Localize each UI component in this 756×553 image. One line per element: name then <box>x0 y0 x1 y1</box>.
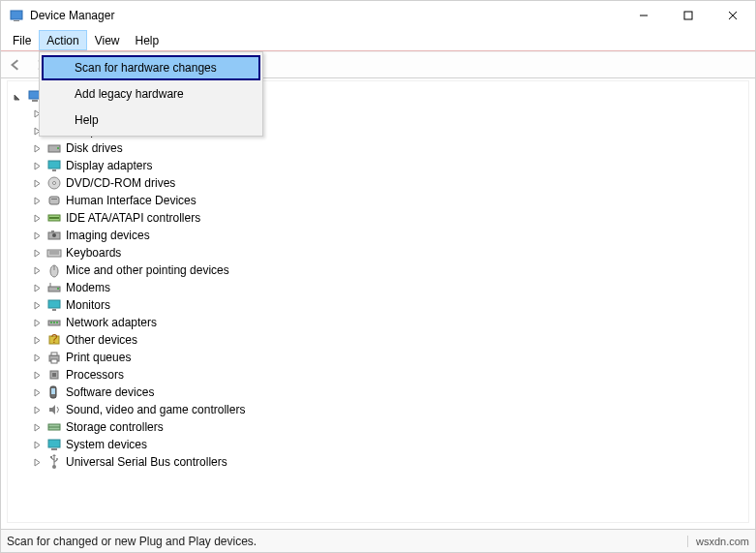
tree-node-printer[interactable]: Print queues <box>12 349 744 366</box>
tree-node-monitor[interactable]: Monitors <box>12 296 744 314</box>
modem-icon <box>46 280 62 295</box>
svg-point-12 <box>57 147 59 149</box>
expander-closed-icon[interactable] <box>31 195 43 206</box>
tree-node-cpu[interactable]: Processors <box>12 366 744 384</box>
network-icon <box>46 315 62 330</box>
system-icon <box>46 437 62 452</box>
expander-closed-icon[interactable] <box>31 212 43 224</box>
tree-node-storage[interactable]: Storage controllers <box>12 418 744 436</box>
tree-node-label: Imaging devices <box>66 229 150 242</box>
menu-item-label: Help <box>75 113 99 127</box>
svg-rect-46 <box>51 388 55 394</box>
tree-node-modem[interactable]: Modems <box>12 279 744 296</box>
svg-rect-13 <box>48 161 60 169</box>
svg-rect-17 <box>49 197 59 204</box>
statusbar: Scan for changed or new Plug and Play de… <box>1 529 755 552</box>
expander-closed-icon[interactable] <box>31 282 43 293</box>
menu-action-label: Action <box>46 34 78 47</box>
expander-closed-icon[interactable] <box>31 142 43 154</box>
expander-closed-icon[interactable] <box>31 160 43 171</box>
expander-closed-icon[interactable] <box>31 421 43 433</box>
menu-action[interactable]: Action <box>39 30 86 50</box>
menu-item-label: Add legacy hardware <box>75 87 184 101</box>
tree-node-usb[interactable]: Universal Serial Bus controllers <box>12 453 744 471</box>
svg-point-22 <box>52 233 56 237</box>
svg-point-54 <box>56 458 58 460</box>
hid-icon <box>46 193 62 208</box>
cpu-icon <box>46 367 62 383</box>
svg-rect-23 <box>51 230 54 232</box>
imaging-icon <box>46 228 62 243</box>
app-icon <box>9 8 24 23</box>
expander-closed-icon[interactable] <box>31 317 43 328</box>
tree-node-system[interactable]: System devices <box>12 436 744 453</box>
svg-rect-7 <box>32 100 38 102</box>
tree-node-disk[interactable]: Disk drives <box>12 139 744 157</box>
monitor-icon <box>46 297 62 313</box>
expander-closed-icon[interactable] <box>31 177 43 189</box>
menu-file[interactable]: File <box>5 30 39 50</box>
tree-node-label: Universal Serial Bus controllers <box>66 455 227 469</box>
tree-node-label: Sound, video and game controllers <box>66 403 245 416</box>
expander-closed-icon[interactable] <box>31 334 43 346</box>
close-button[interactable] <box>711 1 755 30</box>
svg-rect-32 <box>48 300 60 308</box>
minimize-button[interactable] <box>621 1 666 30</box>
expander-closed-icon[interactable] <box>31 264 43 276</box>
tree-node-ide[interactable]: IDE ATA/ATAPI controllers <box>12 209 744 227</box>
maximize-button[interactable] <box>666 1 711 30</box>
tree-node-keyboard[interactable]: Keyboards <box>12 244 744 261</box>
expander-closed-icon[interactable] <box>31 439 43 450</box>
disk-icon <box>46 140 62 156</box>
svg-rect-0 <box>11 11 22 19</box>
expander-closed-icon[interactable] <box>31 404 43 415</box>
expander-closed-icon[interactable] <box>31 352 43 363</box>
tree-node-label: Display adapters <box>66 159 152 172</box>
statusbar-right: wsxdn.com <box>687 536 749 547</box>
expander-closed-icon[interactable] <box>31 299 43 311</box>
svg-rect-33 <box>52 309 56 311</box>
back-button[interactable] <box>5 54 26 76</box>
menu-view-label: View <box>95 34 120 47</box>
menu-view[interactable]: View <box>87 30 128 50</box>
tree-node-label: Mice and other pointing devices <box>66 263 229 277</box>
tree-node-other[interactable]: ?Other devices <box>12 331 744 349</box>
tree-node-network[interactable]: Network adapters <box>12 314 744 331</box>
tree-node-hid[interactable]: Human Interface Devices <box>12 192 744 209</box>
svg-rect-49 <box>48 440 60 447</box>
expander-closed-icon[interactable] <box>31 386 43 398</box>
menu-item-help[interactable]: Help <box>42 108 260 133</box>
svg-point-35 <box>50 322 52 323</box>
menu-item-scan-hardware[interactable]: Scan for hardware changes <box>42 55 260 80</box>
tree-node-mouse[interactable]: Mice and other pointing devices <box>12 261 744 279</box>
svg-rect-42 <box>51 359 57 363</box>
software-icon <box>46 384 62 400</box>
other-icon: ? <box>46 332 62 348</box>
sound-icon <box>46 402 62 417</box>
expander-closed-icon[interactable] <box>31 369 43 381</box>
tree-node-label: Software devices <box>66 385 154 399</box>
tree-node-sound[interactable]: Sound, video and game controllers <box>12 401 744 418</box>
titlebar: Device Manager <box>1 1 755 30</box>
expander-closed-icon[interactable] <box>31 230 43 241</box>
tree-node-label: DVD/CD-ROM drives <box>66 176 175 190</box>
tree-node-display[interactable]: Display adapters <box>12 157 744 174</box>
menu-file-label: File <box>13 34 31 47</box>
expander-closed-icon[interactable] <box>31 247 43 259</box>
display-icon <box>46 158 62 173</box>
svg-point-31 <box>57 288 59 290</box>
device-tree[interactable]: BluetoothComputerDisk drivesDisplay adap… <box>7 80 749 523</box>
tree-node-label: System devices <box>66 438 147 451</box>
tree-node-software[interactable]: Software devices <box>12 384 744 401</box>
menu-item-add-legacy[interactable]: Add legacy hardware <box>42 81 260 107</box>
tree-node-imaging[interactable]: Imaging devices <box>12 227 744 244</box>
tree-node-dvd[interactable]: DVD/CD-ROM drives <box>12 174 744 192</box>
tree-node-label: IDE ATA/ATAPI controllers <box>66 211 200 225</box>
menu-help-label: Help <box>136 34 160 47</box>
expander-open-icon[interactable] <box>12 90 23 102</box>
svg-rect-41 <box>51 353 57 355</box>
menu-help[interactable]: Help <box>128 30 167 50</box>
svg-rect-1 <box>14 20 19 21</box>
tree-node-label: Keyboards <box>66 246 121 260</box>
expander-closed-icon[interactable] <box>31 456 43 468</box>
